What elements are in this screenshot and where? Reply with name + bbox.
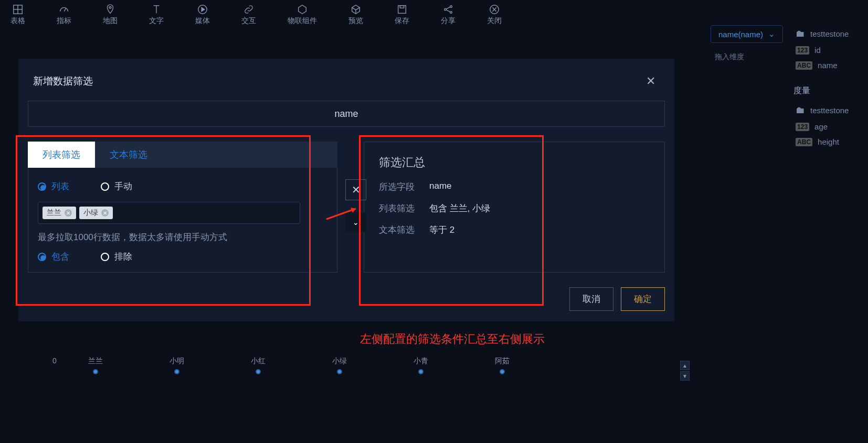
gauge-icon: [58, 4, 70, 15]
toolbar-text[interactable]: 文字: [149, 4, 164, 26]
add-filter-modal: 新增数据筛选 ✕ name 列表筛选 文本筛选 列表: [18, 59, 674, 321]
radio-manual-mode[interactable]: 手动: [101, 180, 132, 192]
summary-row: 所选字段 name: [379, 181, 650, 193]
toolbar-close[interactable]: 关闭: [487, 4, 502, 26]
tab-list-filter[interactable]: 列表筛选: [28, 142, 95, 168]
toolbar-label: 媒体: [195, 16, 210, 26]
selected-values-input[interactable]: 兰兰 ✕ 小绿 ✕: [38, 202, 300, 224]
radio-label: 列表: [51, 180, 69, 192]
clear-button[interactable]: ✕: [345, 179, 366, 200]
radio-dot-icon: [38, 182, 46, 191]
radio-list-mode[interactable]: 列表: [38, 180, 69, 192]
cube-icon: [350, 4, 362, 15]
summary-label: 所选字段: [379, 181, 419, 193]
toolbar-interact[interactable]: 交互: [241, 4, 256, 26]
toolbar-label: 表格: [10, 16, 25, 26]
summary-label: 列表筛选: [379, 202, 419, 214]
table-icon: [12, 4, 24, 15]
tag-label: 小绿: [83, 208, 98, 218]
summary-value: name: [429, 181, 452, 193]
toolbar-share[interactable]: 分享: [441, 4, 456, 26]
radio-label: 排除: [114, 251, 132, 263]
top-toolbar: 表格 指标 地图 文字 媒体 交互 物联组件 预览 保存 分享 关闭: [0, 0, 868, 29]
toolbar-save[interactable]: 保存: [395, 4, 409, 26]
modal-title: 新增数据筛选: [33, 74, 93, 88]
svg-line-19: [446, 7, 450, 9]
toolbar-map[interactable]: 地图: [103, 4, 118, 26]
svg-point-17: [450, 5, 452, 7]
filter-field-display[interactable]: name: [28, 101, 665, 127]
svg-line-11: [352, 7, 356, 10]
tag-remove-icon[interactable]: ✕: [65, 209, 72, 217]
toolbar-preview[interactable]: 预览: [348, 4, 363, 26]
svg-line-24: [326, 209, 356, 219]
tag-item[interactable]: 小绿 ✕: [79, 207, 113, 219]
text-icon: [151, 4, 162, 15]
toolbar-iot[interactable]: 物联组件: [288, 4, 317, 26]
cancel-button[interactable]: 取消: [569, 287, 613, 311]
play-icon: [197, 4, 208, 15]
svg-rect-15: [400, 5, 404, 8]
svg-point-4: [109, 6, 111, 8]
svg-marker-8: [202, 7, 205, 11]
annotation-arrow-icon: [324, 206, 361, 221]
tab-text-filter[interactable]: 文本筛选: [95, 142, 162, 168]
tag-remove-icon[interactable]: ✕: [101, 209, 109, 217]
close-circle-icon: [489, 4, 500, 15]
toolbar-label: 关闭: [487, 16, 502, 26]
modal-overlay: 新增数据筛选 ✕ name 列表筛选 文本筛选 列表: [0, 31, 868, 443]
svg-line-20: [446, 9, 450, 12]
toolbar-label: 物联组件: [288, 16, 317, 26]
radio-dot-icon: [38, 253, 46, 261]
save-icon: [396, 4, 408, 15]
radio-include[interactable]: 包含: [38, 251, 69, 263]
filter-summary-pane: 筛选汇总 所选字段 name 列表筛选 包含 兰兰, 小绿 文本筛选 等于 2: [364, 142, 665, 273]
svg-point-18: [450, 11, 452, 13]
svg-line-3: [64, 8, 66, 12]
toolbar-label: 地图: [103, 16, 118, 26]
summary-title: 筛选汇总: [379, 155, 650, 170]
summary-label: 文本筛选: [379, 224, 419, 236]
svg-line-12: [356, 7, 359, 10]
toolbar-label: 指标: [57, 16, 71, 26]
toolbar-label: 文字: [149, 16, 164, 26]
tag-label: 兰兰: [47, 208, 61, 218]
radio-label: 包含: [51, 251, 69, 263]
radio-dot-icon: [101, 253, 109, 261]
link-icon: [243, 4, 255, 15]
toolbar-label: 预览: [348, 16, 363, 26]
summary-value: 包含 兰兰, 小绿: [429, 202, 490, 214]
share-icon: [442, 4, 454, 15]
row-limit-hint: 最多拉取1000行数据，数据太多请使用手动方式: [38, 231, 327, 243]
toolbar-label: 保存: [395, 16, 409, 26]
svg-marker-9: [299, 5, 306, 14]
confirm-button[interactable]: 确定: [621, 287, 665, 311]
filter-tabs: 列表筛选 文本筛选: [28, 142, 337, 168]
toolbar-label: 交互: [241, 16, 256, 26]
iot-icon: [297, 4, 308, 15]
svg-rect-14: [398, 5, 406, 13]
toolbar-table[interactable]: 表格: [10, 4, 25, 26]
toolbar-indicator[interactable]: 指标: [57, 4, 71, 26]
svg-point-16: [444, 8, 447, 10]
summary-row: 文本筛选 等于 2: [379, 224, 650, 236]
toolbar-label: 分享: [441, 16, 456, 26]
filter-config-pane: 列表筛选 文本筛选 列表 手动: [28, 142, 337, 273]
annotation-text: 左侧配置的筛选条件汇总至右侧展示: [360, 331, 545, 347]
modal-close-button[interactable]: ✕: [642, 72, 660, 90]
tag-item[interactable]: 兰兰 ✕: [43, 207, 76, 219]
radio-exclude[interactable]: 排除: [101, 251, 132, 263]
summary-row: 列表筛选 包含 兰兰, 小绿: [379, 202, 650, 214]
map-pin-icon: [104, 4, 116, 15]
toolbar-media[interactable]: 媒体: [195, 4, 210, 26]
summary-value: 等于 2: [429, 224, 454, 236]
radio-label: 手动: [114, 180, 132, 192]
radio-dot-icon: [101, 182, 109, 191]
